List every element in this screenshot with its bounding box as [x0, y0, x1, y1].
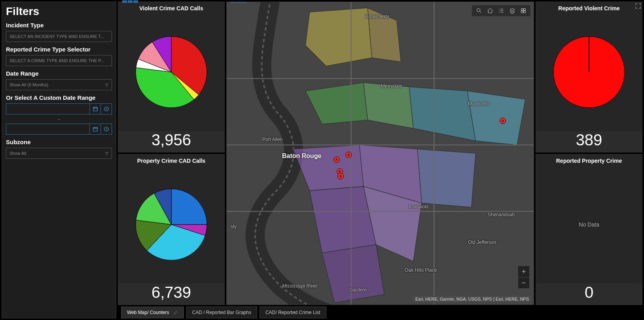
place-label: Old Jefferson	[468, 240, 496, 245]
date-range-value: Show All (6 Months)	[9, 82, 48, 87]
place-label: Oak Hills Place	[405, 267, 437, 273]
drag-handle-icon[interactable]	[122, 0, 138, 3]
place-label: Merrydale	[381, 83, 402, 89]
place-label: Shenandoah	[488, 212, 515, 217]
drag-handle-icon[interactable]	[231, 2, 246, 3]
zoom-control: + −	[518, 266, 530, 289]
clock-icon[interactable]	[100, 104, 112, 114]
place-label: Gardere	[349, 287, 367, 293]
svg-marker-13	[417, 149, 475, 208]
river-label: Mississippi River	[282, 283, 317, 289]
map-marker[interactable]: A	[500, 118, 506, 124]
basemap-icon[interactable]	[519, 7, 527, 15]
tab-crime-list[interactable]: CAD/ Reported Crime List	[259, 307, 326, 318]
svg-rect-18	[521, 9, 523, 11]
property-cad-value: 6,739	[118, 284, 224, 305]
incident-type-placeholder: SELECT AN INCIDENT TYPE AND ENSURE T...	[9, 34, 104, 39]
custom-range-label: Or Select A Custom Date Range	[6, 94, 112, 101]
place-label: Port Allen	[262, 137, 282, 142]
map-panel[interactable]: + − Baton Rouge Brownfields Merrydale Mo…	[226, 2, 534, 305]
legend-icon[interactable]	[497, 7, 505, 15]
svg-rect-21	[524, 11, 526, 13]
svg-marker-10	[467, 91, 525, 145]
map-marker[interactable]: A	[333, 156, 340, 163]
search-icon[interactable]	[475, 7, 483, 15]
crime-type-placeholder: SELECT A CRIME TYPE AND ENSURE THE P...	[9, 58, 104, 63]
map-attribution: Esri, HERE, Garmin, NGA, USGS, NPS | Esr…	[413, 296, 531, 302]
violent-cad-value: 3,956	[118, 131, 224, 152]
property-reported-value: 0	[536, 284, 642, 305]
clock-icon[interactable]	[100, 124, 112, 134]
crime-type-label: Reported Crime Type Selector	[6, 46, 112, 53]
chevron-down-icon: ▽	[105, 83, 108, 87]
home-icon[interactable]	[486, 7, 494, 15]
violent-cad-title: Violent Crime CAD Calls	[118, 2, 224, 13]
zoom-in-button[interactable]: +	[518, 266, 529, 277]
map-marker[interactable]: A	[337, 173, 344, 179]
incident-type-label: Incident Type	[6, 22, 112, 29]
filters-panel: Filters Incident Type SELECT AN INCIDENT…	[2, 2, 116, 318]
tab-label: Web Map/ Counters	[127, 310, 169, 315]
violent-cad-pie[interactable]	[132, 32, 211, 112]
place-label: Inniswold	[409, 204, 428, 210]
subzone-select[interactable]: Show All ▽	[6, 148, 112, 159]
violent-reported-value: 389	[536, 131, 642, 152]
property-cad-title: Property Crime CAD Calls	[118, 154, 224, 166]
map-marker[interactable]: A	[345, 152, 352, 158]
fullscreen-icon[interactable]	[635, 2, 642, 10]
city-label: Baton Rouge	[282, 152, 322, 160]
svg-rect-0	[93, 107, 97, 111]
place-label: sly	[231, 224, 237, 229]
svg-point-17	[477, 9, 480, 12]
tab-label: CAD/ Reported Crime List	[265, 310, 320, 315]
no-data-label: No Data	[536, 166, 642, 284]
layers-icon[interactable]	[508, 7, 516, 15]
tab-web-map-counters[interactable]: Web Map/ Counters	[121, 307, 184, 318]
subzone-label: Subzone	[6, 139, 112, 145]
svg-rect-19	[524, 9, 526, 11]
date-from-row	[6, 103, 112, 114]
violent-cad-panel: Violent Crime CAD Calls 3,956	[118, 2, 225, 152]
tab-label: CAD / Reported Bar Graphs	[192, 310, 251, 315]
subzone-value: Show All	[9, 151, 26, 156]
date-to-row	[6, 124, 112, 135]
chevron-down-icon: ▽	[105, 151, 108, 156]
svg-rect-2	[93, 128, 97, 131]
tab-bar-graphs[interactable]: CAD / Reported Bar Graphs	[186, 307, 257, 318]
place-label: Monticello	[468, 101, 489, 107]
property-reported-panel: Reported Property Crime No Data 0	[536, 154, 642, 305]
filters-heading: Filters	[6, 5, 112, 18]
date-range-label: Date Range	[6, 70, 112, 77]
calendar-icon[interactable]	[89, 104, 100, 114]
property-cad-panel: Property Crime CAD Calls 6,739	[118, 154, 225, 305]
zoom-out-button[interactable]: −	[518, 277, 529, 288]
place-label: Brownfields	[365, 14, 390, 19]
date-range-select[interactable]: Show All (6 Months) ▽	[6, 79, 112, 90]
property-cad-pie[interactable]	[132, 185, 211, 264]
date-separator: -	[6, 116, 112, 122]
crime-type-select[interactable]: SELECT A CRIME TYPE AND ENSURE THE P...	[6, 55, 112, 66]
violent-reported-pie[interactable]	[549, 32, 629, 112]
map-toolbar	[472, 5, 530, 16]
svg-rect-20	[521, 11, 523, 13]
date-from-input[interactable]	[6, 104, 89, 114]
calendar-icon[interactable]	[89, 124, 100, 134]
tab-bar: Web Map/ Counters CAD / Reported Bar Gra…	[118, 307, 642, 318]
pencil-icon[interactable]	[173, 310, 178, 315]
date-to-input[interactable]	[6, 124, 89, 134]
map-canvas[interactable]	[227, 2, 534, 305]
violent-reported-title: Reported Violent Crime	[536, 2, 642, 13]
violent-reported-panel: Reported Violent Crime 389	[536, 2, 642, 152]
property-reported-title: Reported Property Crime	[536, 154, 642, 166]
incident-type-select[interactable]: SELECT AN INCIDENT TYPE AND ENSURE T...	[6, 31, 112, 42]
